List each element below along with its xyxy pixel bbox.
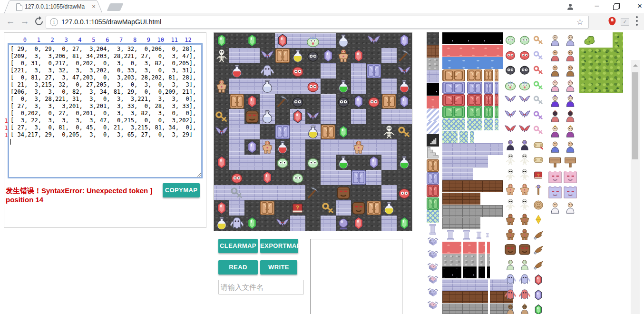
map-cell-clear-potion[interactable] <box>260 78 275 94</box>
map-cell-lavender-brick[interactable] <box>244 185 260 200</box>
tile-swatch-ghost-red[interactable] <box>518 288 531 301</box>
map-cell-lavender-brick[interactable] <box>229 109 244 124</box>
map-cell-big-bat[interactable] <box>366 33 381 48</box>
tile-swatch-red-ground[interactable] <box>487 242 490 254</box>
tile-swatch-platform-lavender[interactable] <box>427 236 439 248</box>
map-cell-yellow-potion[interactable] <box>381 200 397 216</box>
map-cell-tan-door[interactable] <box>275 48 290 63</box>
tile-swatch-brown-brick[interactable] <box>442 193 480 205</box>
map-cell-yellow-potion[interactable] <box>214 216 229 231</box>
tile-swatch-pillar[interactable] <box>460 229 473 241</box>
map-cell-small-bat[interactable] <box>305 109 321 124</box>
map-cell-dark-stone[interactable] <box>381 170 397 185</box>
tile-swatch-stripes[interactable] <box>427 121 439 134</box>
tile-swatch-door-tan[interactable] <box>467 69 482 81</box>
map-cell-clear-potion[interactable] <box>336 33 351 48</box>
map-cell-green-slime[interactable] <box>305 33 321 48</box>
tile-swatch-prince[interactable] <box>548 140 562 153</box>
map-cell-dark-stone[interactable] <box>214 63 229 78</box>
tile-swatch-green-slime-large[interactable] <box>518 78 531 91</box>
map-cell-dark-stone[interactable] <box>305 63 321 78</box>
tile-swatch-wizard[interactable] <box>548 94 562 108</box>
map-cell-small-bat[interactable] <box>275 216 290 231</box>
map-cell-lavender-brick[interactable] <box>397 109 412 124</box>
map-cell-lavender-brick[interactable] <box>381 109 397 124</box>
scroll-up-icon[interactable] <box>633 64 638 67</box>
map-cell-dark-stone[interactable] <box>351 124 366 139</box>
tile-swatch-scroll-tan[interactable] <box>533 154 544 166</box>
map-cell-green-blob[interactable] <box>290 170 305 185</box>
map-cell-dark-stone[interactable] <box>321 185 336 200</box>
map-cell-lavender-brick[interactable] <box>381 155 397 170</box>
map-cell-stone-face[interactable] <box>244 109 260 124</box>
tile-swatch-key-red[interactable] <box>533 64 544 76</box>
tile-swatch-staff[interactable] <box>533 184 544 196</box>
map-cell-lavender-brick[interactable] <box>229 124 244 139</box>
tile-swatch-gray-stone[interactable] <box>478 254 485 266</box>
map-cell-red-blob[interactable] <box>305 78 321 94</box>
map-cell-tan-golem[interactable] <box>351 139 366 155</box>
map-cell-red-potion[interactable] <box>275 139 290 155</box>
back-icon[interactable]: ← <box>5 16 16 27</box>
map-cell-lavender-brick[interactable] <box>290 124 305 139</box>
map-cell-lavender-brick[interactable] <box>244 78 260 94</box>
tile-swatch-starfield[interactable] <box>463 266 477 278</box>
tile-swatch-lattice[interactable] <box>427 210 439 223</box>
tile-swatch-brown-brick[interactable] <box>442 291 488 303</box>
map-cell-dark-stone[interactable] <box>275 170 290 185</box>
map-cell-lavender-brick[interactable] <box>381 139 397 155</box>
page-info-icon[interactable]: i <box>50 18 58 26</box>
map-cell-skeleton[interactable] <box>214 48 229 63</box>
map-cell-dark-stone[interactable] <box>260 216 275 231</box>
map-cell-stone-face[interactable] <box>351 200 366 216</box>
tile-swatch-door-lavender[interactable] <box>484 82 493 94</box>
tile-swatch-stairs-dark[interactable] <box>427 134 439 147</box>
tile-swatch-golem-brown[interactable] <box>518 213 531 226</box>
tile-swatch-door-lavender[interactable] <box>467 82 482 94</box>
tile-swatch-ghost-blue[interactable] <box>518 273 531 285</box>
tile-swatch-green-man[interactable] <box>504 258 517 271</box>
tile-swatch-water[interactable] <box>442 57 503 69</box>
tile-swatch-lavender-cobble[interactable] <box>427 70 439 83</box>
map-cell-dark-stone[interactable] <box>275 200 290 216</box>
map-cell-red-blob[interactable] <box>290 63 305 78</box>
tile-swatch-red-ground[interactable] <box>478 242 485 254</box>
tile-swatch-door-tan[interactable] <box>484 69 493 81</box>
tile-swatch-princess[interactable] <box>564 201 577 214</box>
map-cell-dark-stone[interactable] <box>336 63 351 78</box>
map-cell-lavender-door[interactable] <box>275 124 290 139</box>
map-cell-tan-golem[interactable] <box>214 78 229 94</box>
map-cell-green-blob[interactable] <box>275 155 290 170</box>
tile-swatch-skeleton-armor[interactable] <box>518 198 531 211</box>
tile-swatch-platform-pink[interactable] <box>427 261 439 274</box>
tile-swatch-door-green[interactable] <box>495 106 498 118</box>
tile-swatch-princess[interactable] <box>548 201 562 214</box>
tile-swatch-king[interactable] <box>548 125 562 138</box>
tile-swatch-red-slime[interactable] <box>518 49 531 61</box>
tile-swatch-skeleton-armor[interactable] <box>504 198 517 211</box>
read-button[interactable]: READ <box>218 260 258 275</box>
scrollbar-thumb[interactable] <box>632 72 638 159</box>
tile-swatch-wall-pink[interactable] <box>548 170 562 184</box>
map-cell-lavender-brick[interactable] <box>290 155 305 170</box>
address-bar[interactable]: i 127.0.0.1:1055/drawMapGUI.html ☆ <box>46 16 589 29</box>
tile-swatch-door-tan[interactable] <box>442 69 465 81</box>
map-cell-pickaxe[interactable] <box>275 94 290 109</box>
tile-swatch-pillar[interactable] <box>442 229 459 241</box>
map-cell-dark-stone[interactable] <box>305 94 321 109</box>
map-cell-dark-stone[interactable] <box>305 139 321 155</box>
map-cell-green-gem[interactable] <box>244 33 260 48</box>
tile-swatch-bat-red[interactable] <box>518 123 531 136</box>
tile-swatch-golem-sword[interactable] <box>518 183 531 196</box>
map-cell-dark-stone[interactable] <box>305 200 321 216</box>
tile-swatch-green-slime-large[interactable] <box>504 78 517 91</box>
tile-swatch-door-red[interactable] <box>442 94 465 106</box>
tile-swatch-lavender-cobble[interactable] <box>442 279 488 291</box>
close-window-button[interactable]: × <box>633 0 644 13</box>
map-cell-black-blob[interactable] <box>290 94 305 109</box>
map-cell-lavender-brick[interactable] <box>275 78 290 94</box>
map-cell-lavender-brick[interactable] <box>381 78 397 94</box>
tile-swatch-key-gray[interactable] <box>533 94 544 106</box>
map-cell-dark-stone[interactable] <box>381 63 397 78</box>
map-cell-pickaxe[interactable] <box>305 185 321 200</box>
